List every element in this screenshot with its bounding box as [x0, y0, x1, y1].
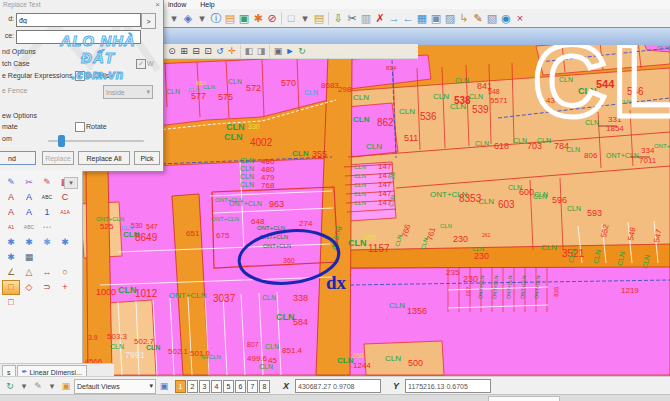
dots-grid-icon[interactable]: ⋯	[38, 220, 56, 235]
pattern-icon[interactable]: ✱	[38, 235, 56, 250]
dim-angle-icon[interactable]: ∠	[2, 265, 20, 280]
edit-text-icon[interactable]: ✂	[20, 175, 38, 190]
place-text-icon[interactable]: ✎	[2, 175, 20, 190]
copy-view-icon[interactable]: ▣	[272, 45, 284, 57]
replace-input[interactable]	[16, 30, 141, 44]
view-number-button-5[interactable]: 5	[223, 380, 234, 393]
aug-text-icon[interactable]: ABC	[20, 220, 38, 235]
hatch-icon[interactable]: ▦	[20, 250, 38, 265]
attach-back-icon[interactable]: ←	[401, 11, 415, 26]
rotate-view-icon[interactable]: ↺	[214, 45, 226, 57]
magnifier-icon[interactable]: ⊙	[166, 45, 178, 57]
rotate-checkbox[interactable]	[75, 122, 85, 132]
dim-arc-icon[interactable]: △	[20, 265, 38, 280]
place-shape-icon[interactable]: ◇	[20, 280, 38, 295]
place-point-icon[interactable]: +	[56, 280, 74, 295]
view-number-button-6[interactable]: 6	[235, 380, 246, 393]
move-icon[interactable]: ▨	[443, 11, 457, 26]
palette-scroll-chevron[interactable]: ▾	[64, 177, 78, 189]
view-number-button-7[interactable]: 7	[247, 380, 258, 393]
pen-icon[interactable]: ✎	[32, 380, 44, 392]
find-input[interactable]	[16, 13, 141, 27]
text-node-icon[interactable]: A	[2, 190, 20, 205]
change-case-icon[interactable]: C	[56, 190, 74, 205]
chevron-down-icon[interactable]: ▾	[46, 380, 58, 392]
y-coordinate-input[interactable]	[405, 379, 491, 393]
spellcheck-icon[interactable]: ▣	[237, 11, 251, 26]
find-expand-button[interactable]: >	[141, 13, 156, 29]
change-case-icon[interactable]: ✱	[251, 11, 265, 26]
dropdown-caret-icon[interactable]: ▾	[195, 11, 209, 26]
refresh-icon[interactable]: ↻	[4, 380, 16, 392]
close-icon[interactable]: ×	[155, 0, 160, 9]
blank[interactable]	[38, 295, 56, 310]
x-coordinate-input[interactable]	[295, 379, 381, 393]
close-red-icon[interactable]: ×	[513, 11, 527, 26]
text-match-icon[interactable]: A1A	[56, 205, 74, 220]
edit-icon[interactable]: ✎	[471, 11, 485, 26]
attach-forward-icon[interactable]: →	[387, 11, 401, 26]
drop-data-icon[interactable]: ⊘	[265, 11, 279, 26]
view-previous-icon[interactable]: ◧	[243, 45, 255, 57]
view-next-icon[interactable]: ◨	[255, 45, 267, 57]
zoom-slider-thumb[interactable]	[58, 135, 65, 147]
text-attr-icon[interactable]: A	[2, 205, 20, 220]
info-icon[interactable]: ⓘ	[209, 11, 223, 26]
chevron-down-icon[interactable]: ▾	[18, 380, 30, 392]
default-views-select[interactable]: Default Views ▾	[74, 379, 156, 394]
blank[interactable]	[56, 295, 74, 310]
whole-words-checkbox[interactable]: ✓	[136, 59, 146, 69]
import-icon[interactable]: ⇩	[331, 11, 345, 26]
view-number-button-4[interactable]: 4	[211, 380, 222, 393]
clipboard-icon[interactable]: ▧	[485, 11, 499, 26]
copy-increment-icon[interactable]: A	[20, 190, 38, 205]
place-orthogonal-icon[interactable]: ⊃	[38, 280, 56, 295]
blank[interactable]	[56, 220, 74, 235]
pattern-icon[interactable]: ✱	[2, 235, 20, 250]
view-number-button-2[interactable]: 2	[187, 380, 198, 393]
fit-view-icon[interactable]: ⊡	[202, 45, 214, 57]
blank[interactable]	[56, 250, 74, 265]
update-view-icon[interactable]: ↻	[296, 45, 308, 57]
dim-linear-icon[interactable]: ↔	[38, 265, 56, 280]
sheet-arrow-icon[interactable]: ↳	[457, 11, 471, 26]
view-number-button-3[interactable]: 3	[199, 380, 210, 393]
menu-item-window[interactable]: indow	[168, 1, 186, 8]
view-window-title-bar[interactable]	[163, 27, 670, 45]
view-toggle-icon[interactable]: ▣	[60, 380, 72, 392]
cut-icon[interactable]: ✂	[345, 11, 359, 26]
text-style-icon[interactable]: A	[20, 205, 38, 220]
in-cells-checkbox[interactable]: ✓	[75, 71, 85, 81]
delete-icon[interactable]: ✗	[373, 11, 387, 26]
view-number-button-8[interactable]: 8	[259, 380, 270, 393]
find-text-icon[interactable]: ▤	[223, 11, 237, 26]
zoom-in-icon[interactable]: ⊞	[178, 45, 190, 57]
replace-button[interactable]: Replace	[42, 151, 74, 165]
pattern-icon[interactable]: ✱	[20, 235, 38, 250]
numbering-icon[interactable]: 1	[38, 205, 56, 220]
globe-icon[interactable]: ◉	[499, 11, 513, 26]
dropdown-caret-icon[interactable]: ▾	[167, 11, 181, 26]
view-group-icon[interactable]: ▣	[158, 380, 170, 392]
replace-all-button[interactable]: Replace All	[78, 151, 130, 165]
pick-button[interactable]: Pick	[134, 151, 160, 165]
dim-ellipse-icon[interactable]: ○	[56, 265, 74, 280]
paste-icon[interactable]: ▥	[359, 11, 373, 26]
place-rect-icon[interactable]: □	[2, 295, 20, 310]
copy-icon[interactable]: ▣	[429, 11, 443, 26]
text-seq-icon[interactable]: A1	[2, 220, 20, 235]
blank[interactable]	[20, 295, 38, 310]
model-cube-icon[interactable]: ◈	[181, 11, 195, 26]
pattern-icon[interactable]: ✱	[2, 250, 20, 265]
find-button[interactable]: nd	[0, 151, 36, 165]
copy-text-icon[interactable]: ✎	[38, 175, 56, 190]
zoom-out-icon[interactable]: ⊟	[190, 45, 202, 57]
fence-mode-select[interactable]: Inside ▾	[103, 85, 153, 99]
menu-item-help[interactable]: Help	[200, 1, 214, 8]
place-block-icon[interactable]: □	[2, 280, 20, 295]
open-file-icon[interactable]: ▤	[312, 11, 326, 26]
dropdown-caret-icon[interactable]: ▾	[298, 11, 312, 26]
view-number-button-1[interactable]: 1	[175, 380, 186, 393]
spell-text-icon[interactable]: ABC	[38, 190, 56, 205]
link-view-icon[interactable]: ►	[284, 45, 296, 57]
